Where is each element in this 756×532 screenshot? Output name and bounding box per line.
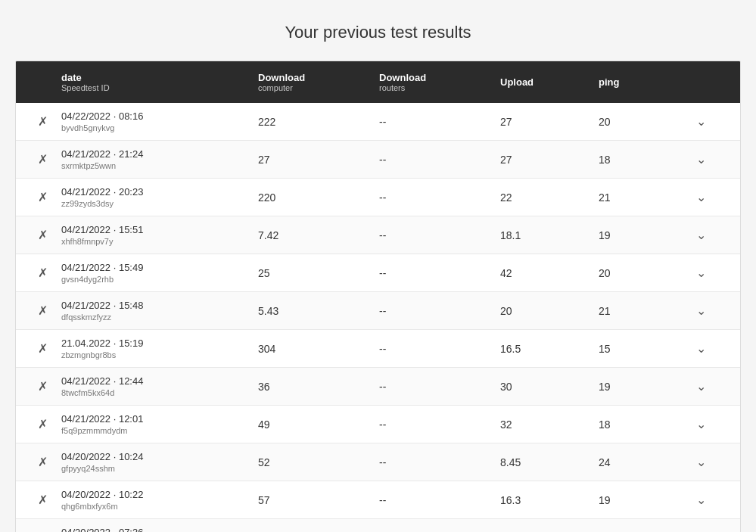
table-row: ✗ 04/22/2022 · 08:16 byvdh5gnykvg 222 --… bbox=[16, 103, 740, 141]
chevron-down-icon[interactable]: ⌄ bbox=[682, 152, 720, 166]
delete-icon[interactable]: ✗ bbox=[23, 417, 61, 431]
date-cell: 04/21/2022 · 15:49 gvsn4dyg2rhb bbox=[61, 262, 258, 284]
expand-cell[interactable]: ⌄ bbox=[682, 114, 720, 129]
date-value: 04/21/2022 · 12:01 bbox=[61, 413, 258, 425]
dl-computer-cell: 49 bbox=[258, 418, 379, 431]
dl-routers-cell: -- bbox=[379, 154, 500, 166]
speedtest-id: 8twcfm5kx64d bbox=[61, 388, 258, 397]
delete-icon[interactable]: ✗ bbox=[23, 266, 61, 280]
delete-cell[interactable]: ✗ bbox=[23, 341, 61, 356]
header-ping: ping bbox=[599, 76, 682, 88]
table-row: ✗ 04/21/2022 · 12:01 f5q9pzmmmdydm 49 --… bbox=[16, 406, 740, 443]
date-value: 04/21/2022 · 20:23 bbox=[61, 186, 258, 198]
delete-cell[interactable]: ✗ bbox=[23, 152, 61, 166]
dl-computer-cell: 5.43 bbox=[258, 305, 379, 317]
dl-computer-cell: 222 bbox=[258, 116, 379, 128]
delete-icon[interactable]: ✗ bbox=[23, 379, 61, 394]
expand-cell[interactable]: ⌄ bbox=[682, 493, 720, 507]
delete-icon[interactable]: ✗ bbox=[23, 493, 61, 507]
date-value: 04/21/2022 · 15:51 bbox=[61, 224, 258, 235]
date-value: 04/22/2022 · 08:16 bbox=[61, 110, 258, 122]
chevron-down-icon[interactable]: ⌄ bbox=[682, 379, 720, 394]
table-row: ✗ 04/21/2022 · 15:48 dfqsskmzfyzz 5.43 -… bbox=[16, 292, 740, 330]
table-row: ✗ 04/21/2022 · 15:51 xhfh8fmnpv7y 7.42 -… bbox=[16, 216, 740, 254]
dl-computer-cell: 25 bbox=[258, 267, 379, 279]
table-row: ✗ 04/20/2022 · 07:36 g39rfwmpxwk9 67 115… bbox=[16, 519, 740, 532]
expand-cell[interactable]: ⌄ bbox=[682, 417, 720, 431]
dl-computer-cell: 304 bbox=[258, 343, 379, 355]
expand-cell[interactable]: ⌄ bbox=[682, 228, 720, 242]
chevron-down-icon[interactable]: ⌄ bbox=[682, 266, 720, 280]
upload-cell: 18.1 bbox=[500, 229, 599, 241]
dl-computer-cell: 27 bbox=[258, 154, 379, 166]
table-row: ✗ 04/21/2022 · 21:24 sxrmktpz5wwn 27 -- … bbox=[16, 141, 740, 179]
dl-routers-cell: -- bbox=[379, 267, 500, 279]
delete-cell[interactable]: ✗ bbox=[23, 417, 61, 431]
dl-computer-cell: 57 bbox=[258, 494, 379, 506]
speedtest-id: f5q9pzmmmdydm bbox=[61, 426, 258, 435]
speedtest-id: zz99zyds3dsy bbox=[61, 199, 258, 208]
expand-cell[interactable]: ⌄ bbox=[682, 266, 720, 280]
delete-cell[interactable]: ✗ bbox=[23, 114, 61, 129]
expand-cell[interactable]: ⌄ bbox=[682, 190, 720, 204]
speedtest-id: xhfh8fmnpv7y bbox=[61, 237, 258, 246]
speedtest-id: gvsn4dyg2rhb bbox=[61, 275, 258, 284]
expand-cell[interactable]: ⌄ bbox=[682, 379, 720, 394]
chevron-down-icon[interactable]: ⌄ bbox=[682, 417, 720, 431]
chevron-down-icon[interactable]: ⌄ bbox=[682, 114, 720, 129]
speedtest-id: sxrmktpz5wwn bbox=[61, 161, 258, 170]
delete-icon[interactable]: ✗ bbox=[23, 303, 61, 318]
delete-cell[interactable]: ✗ bbox=[23, 190, 61, 204]
date-value: 04/20/2022 · 10:24 bbox=[61, 451, 258, 462]
chevron-down-icon[interactable]: ⌄ bbox=[682, 303, 720, 318]
delete-cell[interactable]: ✗ bbox=[23, 493, 61, 507]
speedtest-id: qhg6mbxfyx6m bbox=[61, 502, 258, 511]
chevron-down-icon[interactable]: ⌄ bbox=[682, 228, 720, 242]
ping-cell: 19 bbox=[599, 229, 682, 241]
expand-cell[interactable]: ⌄ bbox=[682, 341, 720, 356]
table-body: ✗ 04/22/2022 · 08:16 byvdh5gnykvg 222 --… bbox=[16, 103, 740, 532]
header-date: date Speedtest ID bbox=[61, 72, 258, 92]
date-cell: 04/21/2022 · 20:23 zz99zyds3dsy bbox=[61, 186, 258, 208]
date-cell: 04/20/2022 · 10:24 gfpyyq24sshm bbox=[61, 451, 258, 473]
chevron-down-icon[interactable]: ⌄ bbox=[682, 341, 720, 356]
delete-icon[interactable]: ✗ bbox=[23, 455, 61, 469]
dl-routers-cell: -- bbox=[379, 343, 500, 355]
date-value: 04/21/2022 · 12:44 bbox=[61, 375, 258, 387]
delete-cell[interactable]: ✗ bbox=[23, 379, 61, 394]
upload-cell: 16.3 bbox=[500, 494, 599, 506]
expand-cell[interactable]: ⌄ bbox=[682, 152, 720, 166]
upload-cell: 30 bbox=[500, 381, 599, 393]
dl-computer-cell: 52 bbox=[258, 456, 379, 468]
delete-icon[interactable]: ✗ bbox=[23, 341, 61, 356]
date-cell: 04/20/2022 · 10:22 qhg6mbxfyx6m bbox=[61, 489, 258, 511]
ping-cell: 18 bbox=[599, 154, 682, 166]
chevron-down-icon[interactable]: ⌄ bbox=[682, 493, 720, 507]
ping-cell: 15 bbox=[599, 343, 682, 355]
upload-cell: 16.5 bbox=[500, 343, 599, 355]
expand-cell[interactable]: ⌄ bbox=[682, 303, 720, 318]
date-value: 04/21/2022 · 21:24 bbox=[61, 148, 258, 160]
date-value: 21.04.2022 · 15:19 bbox=[61, 338, 258, 349]
table-row: ✗ 04/21/2022 · 20:23 zz99zyds3dsy 220 --… bbox=[16, 179, 740, 216]
date-cell: 04/21/2022 · 12:44 8twcfm5kx64d bbox=[61, 375, 258, 397]
dl-computer-cell: 220 bbox=[258, 191, 379, 204]
delete-cell[interactable]: ✗ bbox=[23, 303, 61, 318]
table-header: date Speedtest ID Download computer Down… bbox=[16, 61, 740, 103]
delete-cell[interactable]: ✗ bbox=[23, 266, 61, 280]
delete-icon[interactable]: ✗ bbox=[23, 190, 61, 204]
expand-cell[interactable]: ⌄ bbox=[682, 455, 720, 469]
chevron-down-icon[interactable]: ⌄ bbox=[682, 190, 720, 204]
date-cell: 21.04.2022 · 15:19 zbzmgnbgr8bs bbox=[61, 338, 258, 359]
delete-icon[interactable]: ✗ bbox=[23, 114, 61, 129]
delete-cell[interactable]: ✗ bbox=[23, 228, 61, 242]
upload-cell: 22 bbox=[500, 191, 599, 204]
delete-cell[interactable]: ✗ bbox=[23, 455, 61, 469]
dl-routers-cell: -- bbox=[379, 191, 500, 204]
header-download-computer: Download computer bbox=[258, 72, 379, 92]
delete-icon[interactable]: ✗ bbox=[23, 152, 61, 166]
delete-icon[interactable]: ✗ bbox=[23, 228, 61, 242]
chevron-down-icon[interactable]: ⌄ bbox=[682, 455, 720, 469]
dl-computer-cell: 7.42 bbox=[258, 229, 379, 241]
ping-cell: 24 bbox=[599, 456, 682, 468]
